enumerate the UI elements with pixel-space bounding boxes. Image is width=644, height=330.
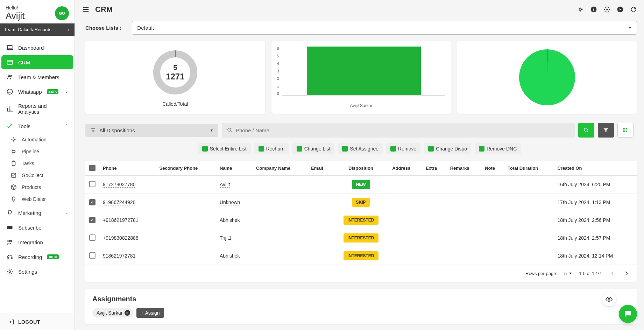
remove-button[interactable]: Remove — [386, 143, 420, 154]
bar-plot — [282, 47, 446, 96]
name-link[interactable]: Abhishek — [220, 253, 240, 259]
disposition-badge[interactable]: INTERESTED — [344, 251, 378, 260]
bar-rect — [307, 47, 421, 95]
sidebar-sub-products[interactable]: Products — [0, 181, 75, 193]
col-phone[interactable]: Phone — [99, 161, 156, 176]
col-email[interactable]: Email — [307, 161, 333, 176]
chevron-down-icon: ▼ — [210, 128, 213, 132]
row-checkbox[interactable] — [89, 234, 95, 241]
col-disposition[interactable]: Disposition — [333, 161, 389, 176]
search-button[interactable] — [578, 123, 594, 138]
sidebar-item-integration[interactable]: Integration — [1, 235, 73, 249]
greeting: Hello! — [6, 5, 24, 10]
phone-link[interactable]: 918621972781 — [103, 253, 135, 259]
change-dispo-button[interactable]: Change Dispo — [424, 143, 471, 154]
sidebar-sub-tasks[interactable]: Tasks — [0, 157, 75, 169]
go-badge-icon[interactable]: GO — [55, 6, 69, 20]
select-entire-list-button[interactable]: Select Entire List — [198, 143, 251, 154]
svg-point-12 — [9, 271, 11, 273]
sidebar-item-team[interactable]: Team & Members — [1, 70, 73, 84]
team-selector[interactable]: Team: CalcuttaRecords ▼ — [0, 23, 75, 36]
sidebar-sub-automation[interactable]: Automation — [0, 134, 75, 146]
called-total-card: 5 1271 Called/Total — [85, 41, 265, 114]
sidebar-item-dashboard[interactable]: Dashboard — [1, 41, 73, 55]
rechurn-button[interactable]: Rechurn — [254, 143, 289, 154]
sidebar-item-recording[interactable]: RecordingBETA — [1, 250, 73, 264]
phone-link[interactable]: 917278027780 — [103, 182, 135, 188]
svg-point-16 — [606, 9, 608, 10]
row-checkbox[interactable] — [89, 181, 95, 187]
row-checkbox[interactable]: ✓ — [89, 199, 95, 205]
refresh-icon[interactable] — [630, 6, 637, 13]
remove-dnc-button[interactable]: Remove DNC — [475, 143, 521, 154]
bar-card: 6 5 4 3 2 1 0 Avijit Sarkar — [271, 41, 451, 114]
assign-button[interactable]: +Assign — [136, 308, 164, 318]
sidebar-sub-webdialer[interactable]: Web Dialer — [0, 193, 75, 205]
col-note[interactable]: Note — [481, 161, 504, 176]
name-link[interactable]: Unknown — [220, 199, 240, 205]
select-all-checkbox[interactable]: − — [89, 165, 95, 171]
disposition-badge[interactable]: NEW — [352, 180, 370, 189]
rows-per-page-select[interactable]: 5 ▼ — [564, 271, 572, 276]
phone-link[interactable]: +919830822888 — [103, 235, 139, 241]
grid-add-button[interactable] — [617, 123, 634, 138]
visibility-button[interactable] — [602, 292, 616, 306]
filter-button[interactable] — [598, 123, 614, 138]
sidebar-sub-pipeline[interactable]: Pipeline — [0, 146, 75, 157]
row-checkbox[interactable] — [89, 252, 95, 259]
svg-point-25 — [608, 298, 610, 300]
brightness-icon[interactable] — [577, 6, 584, 13]
contacts-table: − Phone Secondary Phone Name Company Nam… — [85, 161, 637, 282]
play-icon[interactable] — [617, 6, 624, 13]
sidebar-item-settings[interactable]: Settings — [1, 265, 73, 279]
sidebar-item-whatsapp[interactable]: Whatsapp BETA ⌄ — [1, 85, 73, 99]
col-duration[interactable]: Total Duration — [504, 161, 554, 176]
sidebar-item-crm[interactable]: CRM — [1, 55, 73, 69]
topbar-actions: i — [577, 6, 637, 13]
row-checkbox[interactable]: ✓ — [89, 217, 95, 223]
col-extra[interactable]: Extra — [422, 161, 447, 176]
col-address[interactable]: Address — [389, 161, 422, 176]
disposition-badge[interactable]: INTERESTED — [344, 216, 378, 225]
info-icon[interactable]: i — [590, 6, 597, 13]
check-square-icon — [10, 172, 17, 178]
tools-icon — [6, 122, 13, 129]
filter-list-icon — [90, 127, 96, 133]
set-assignee-button[interactable]: Set Assignee — [338, 143, 383, 154]
change-list-button[interactable]: Change List — [292, 143, 335, 154]
col-created[interactable]: Created On — [554, 161, 637, 176]
disposition-filter[interactable]: All Dispositions ▼ — [85, 124, 218, 137]
sidebar-sub-gocollect[interactable]: GoCollect — [0, 169, 75, 181]
lists-select[interactable]: Default ▼ — [132, 21, 637, 35]
chat-fab[interactable] — [619, 305, 637, 323]
svg-rect-0 — [7, 60, 13, 64]
prev-page-button[interactable] — [609, 270, 616, 277]
col-name[interactable]: Name — [216, 161, 253, 176]
col-secondary-phone[interactable]: Secondary Phone — [156, 161, 216, 176]
name-link[interactable]: Trijit1 — [220, 235, 232, 241]
name-link[interactable]: Avijit — [220, 182, 230, 188]
sidebar-item-marketing[interactable]: Marketing⌄ — [1, 206, 73, 220]
username: Avijit — [6, 10, 24, 21]
disposition-badge[interactable]: INTERESTED — [344, 233, 378, 243]
sidebar-item-subscribe[interactable]: Subscribe — [1, 220, 73, 234]
sidebar-item-tools[interactable]: Tools ⌃ — [1, 119, 73, 133]
sidebar-item-reports[interactable]: Reports and Analytics — [1, 99, 73, 118]
remove-chip-button[interactable]: ✕ — [125, 310, 130, 316]
gear-icon[interactable] — [603, 6, 610, 13]
menu-icon[interactable] — [82, 6, 90, 13]
search-input[interactable] — [236, 127, 570, 133]
bulb-icon — [6, 209, 13, 216]
phone-link[interactable]: +918621972781 — [103, 217, 139, 223]
phone-link[interactable]: 919867244920 — [103, 199, 135, 205]
logout-icon — [8, 319, 15, 325]
col-remarks[interactable]: Remarks — [447, 161, 482, 176]
logout-button[interactable]: LOGOUT — [0, 314, 75, 330]
col-company[interactable]: Company Name — [253, 161, 307, 176]
name-link[interactable]: Abhishek — [220, 217, 240, 223]
bulb-icon — [10, 196, 17, 202]
next-page-button[interactable] — [623, 270, 630, 277]
disposition-badge[interactable]: SKIP — [352, 198, 370, 207]
bar-label: Avijit Sarkar — [350, 103, 373, 108]
rechurn-icon — [259, 146, 264, 152]
